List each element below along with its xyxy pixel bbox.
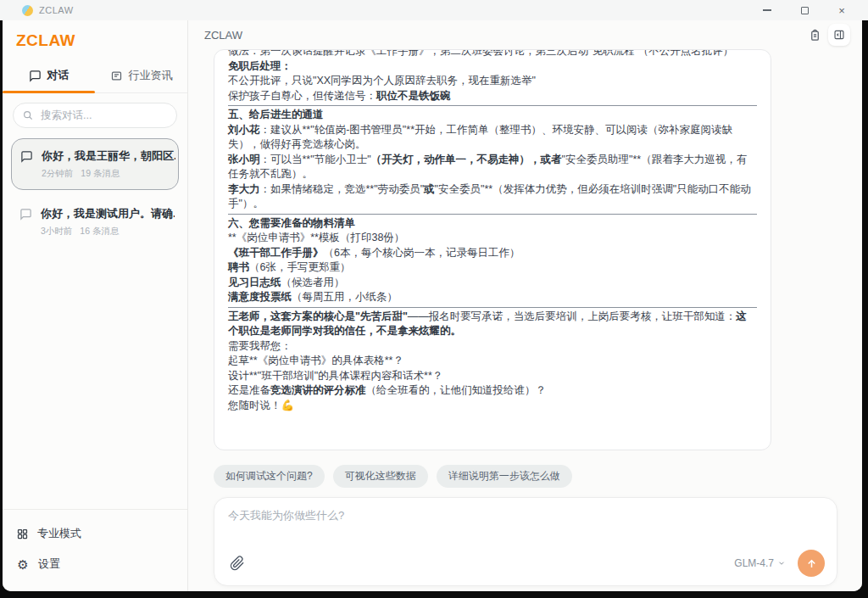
model-selector[interactable]: GLM-4.7 xyxy=(734,557,786,569)
chevron-down-icon xyxy=(777,559,786,567)
gear-icon: ⚙ xyxy=(16,558,30,571)
news-icon xyxy=(110,70,123,82)
sidebar-logo: ZCLAW xyxy=(3,20,187,59)
suggestion-chip[interactable]: 详细说明第一步该怎么做 xyxy=(437,465,572,488)
sidebar-item-label: 专业模式 xyxy=(37,526,81,541)
tab-news[interactable]: 行业资讯 xyxy=(95,59,187,92)
message-line: 刘小花：建议从**"轮值岗-图书管理员"**开始，工作简单（整理书）、环境安静、… xyxy=(228,123,757,153)
tab-bar: 对话 行业资讯 xyxy=(3,59,187,93)
chat-bubble-icon xyxy=(20,150,33,166)
attach-button[interactable] xyxy=(228,554,247,573)
chat-main: ZCLAW 做法：第一次谈话提醒并记录《工作手册》，第二次班委会讨论，第三次启动… xyxy=(188,20,862,591)
arrow-up-icon xyxy=(805,557,818,570)
message-line: 起草**《岗位申请书》的具体表格**？ xyxy=(228,354,757,369)
search-input[interactable] xyxy=(41,109,177,121)
conversation-list: 你好，我是王丽华，朝阳区... 2分钟前 19 条消息 你好，我是测试用户。请确… xyxy=(3,135,187,509)
message-body: 做法：第一次谈话提醒并记录《工作手册》，第二次班委会讨论，第三次启动"免职流程"… xyxy=(228,49,757,413)
message-line: 保护孩子自尊心，但传递信号：职位不是铁饭碗 xyxy=(228,89,757,104)
app-titlebar: ZCLAW × xyxy=(0,0,868,20)
conversation-count: 19 条消息 xyxy=(81,168,120,180)
chat-bubble-icon xyxy=(29,70,42,82)
message-line: 五、给后进生的通道 xyxy=(228,108,757,123)
composer: GLM-4.7 xyxy=(214,497,837,586)
chat-header-title: ZCLAW xyxy=(204,29,242,42)
send-button[interactable] xyxy=(798,550,825,577)
message-line: 需要我帮您： xyxy=(228,339,757,355)
message-line: 李大力：如果情绪稳定，竞选**"劳动委员"或"安全委员"**（发挥体力优势，但必… xyxy=(228,182,757,212)
message-divider xyxy=(228,105,757,106)
sidebar-divider xyxy=(3,509,187,510)
maximize-button[interactable] xyxy=(798,4,810,16)
message-divider xyxy=(228,214,757,215)
conversation-time: 2分钟前 xyxy=(42,168,73,180)
message-line: 张小明：可以当**"节能小卫士"（开关灯，动作单一，不易走神），或者"安全委员助… xyxy=(228,153,757,182)
message-line: 做法：第一次谈话提醒并记录《工作手册》，第二次班委会讨论，第三次启动"免职流程"… xyxy=(228,49,757,59)
conversation-count: 16 条消息 xyxy=(80,226,119,238)
conversation-item[interactable]: 你好，我是测试用户。请确... 3小时前 16 条消息 xyxy=(11,197,179,247)
conversation-item[interactable]: 你好，我是王丽华，朝阳区... 2分钟前 19 条消息 xyxy=(11,138,179,190)
message-input[interactable] xyxy=(228,508,825,550)
message-card[interactable]: 做法：第一次谈话提醒并记录《工作手册》，第二次班委会讨论，第三次启动"免职流程"… xyxy=(214,49,771,450)
message-line: 王老师，这套方案的核心是"先苦后甜"——报名时要写承诺，当选后要培训，上岗后要考… xyxy=(228,310,757,339)
grid-icon xyxy=(16,528,29,540)
message-line: **《岗位申请书》**模板（打印38份） xyxy=(228,231,757,246)
app-title: ZCLAW xyxy=(39,5,74,15)
conversation-time: 3小时前 xyxy=(41,226,72,238)
message-line: 不公开批评，只说"XX同学因为个人原因辞去职务，现在重新选举" xyxy=(228,74,757,89)
tab-conversations[interactable]: 对话 xyxy=(3,59,95,92)
suggestion-chip[interactable]: 可视化这些数据 xyxy=(333,465,428,488)
sidebar-item-label: 设置 xyxy=(38,556,60,572)
app-window: ZCLAW 对话 行业资讯 xyxy=(3,20,862,591)
model-label: GLM-4.7 xyxy=(734,557,774,569)
chat-bubble-icon xyxy=(19,208,32,224)
suggestion-row: 如何调试这个问题? 可视化这些数据 详细说明第一步该怎么做 xyxy=(214,465,862,488)
app-logo-icon xyxy=(22,5,33,16)
panel-toggle-button[interactable] xyxy=(828,24,850,46)
clipboard-icon-button[interactable] xyxy=(809,29,821,42)
message-line: 六、您需要准备的物料清单 xyxy=(228,216,757,232)
message-divider xyxy=(228,307,757,308)
sidebar-item-professional-mode[interactable]: 专业模式 xyxy=(16,518,174,549)
close-button[interactable]: × xyxy=(836,4,848,16)
message-line: 免职后处理： xyxy=(228,59,757,75)
search-icon xyxy=(22,109,34,121)
chat-header: ZCLAW xyxy=(188,20,862,49)
message-line: 满意度投票纸（每周五用，小纸条） xyxy=(228,290,757,305)
sidebar-item-settings[interactable]: ⚙ 设置 xyxy=(16,549,174,579)
message-line: 设计**"班干部培训"的具体课程内容和话术**？ xyxy=(228,369,757,384)
tab-label: 对话 xyxy=(47,68,70,83)
message-line: 见习日志纸（候选者用） xyxy=(228,276,757,291)
tab-label: 行业资讯 xyxy=(129,68,173,83)
message-line: 聘书（6张，手写更郑重） xyxy=(228,260,757,276)
message-line: 还是准备竞选演讲的评分标准（给全班看的，让他们知道投给谁）？ xyxy=(228,383,757,399)
suggestion-chip[interactable]: 如何调试这个问题? xyxy=(214,465,325,488)
sidebar: ZCLAW 对话 行业资讯 xyxy=(3,20,188,591)
conversation-title: 你好，我是测试用户。请确... xyxy=(41,206,175,221)
minimize-button[interactable] xyxy=(761,4,773,16)
conversation-title: 你好，我是王丽华，朝阳区... xyxy=(42,148,175,164)
message-line: 《班干部工作手册》（6本，每个核心岗一本，记录每日工作） xyxy=(228,246,757,261)
message-line: 您随时说！💪 xyxy=(228,399,757,414)
paperclip-icon xyxy=(230,556,245,571)
